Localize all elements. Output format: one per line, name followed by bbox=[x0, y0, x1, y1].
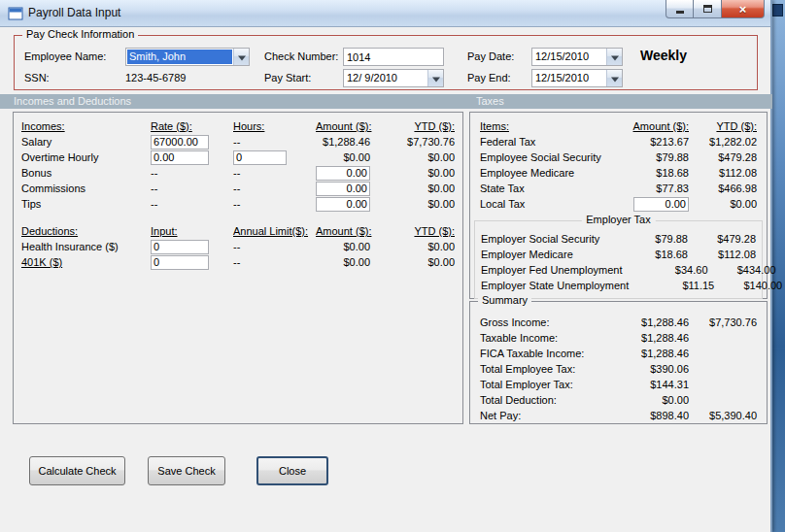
pay-end-label: Pay End: bbox=[467, 69, 511, 87]
cell-ytd: $0.00 bbox=[689, 198, 757, 210]
cell-amount: $77.83 bbox=[603, 183, 689, 194]
income-row-tips: Tips -- -- $0.00 bbox=[14, 196, 462, 212]
cell-ytd: $112.08 bbox=[688, 249, 756, 260]
row-label: Total Employer Tax: bbox=[480, 379, 603, 390]
maximize-button[interactable] bbox=[694, 0, 721, 18]
paycheck-info-legend: Pay Check Information bbox=[22, 28, 138, 40]
pay-start-label: Pay Start: bbox=[264, 69, 311, 87]
row-label: Employer Fed Unemployment bbox=[481, 264, 623, 276]
cell-hours: -- bbox=[233, 136, 316, 148]
chevron-down-icon[interactable] bbox=[606, 49, 622, 65]
cell-amount: $0.00 bbox=[316, 241, 370, 252]
save-check-button[interactable]: Save Check bbox=[148, 456, 225, 485]
col-header-deductions: Deductions: bbox=[21, 225, 151, 237]
cell-amount: $18.68 bbox=[603, 167, 689, 179]
check-number-input[interactable] bbox=[343, 48, 444, 66]
tax-row-federal: Federal Tax $213.67 $1,282.02 bbox=[470, 134, 767, 150]
income-row-salary: Salary -- $1,288.46 $7,730.76 bbox=[14, 134, 462, 150]
cell-ytd: $7,730.76 bbox=[689, 316, 757, 328]
bonus-amount-input[interactable] bbox=[316, 166, 370, 181]
pay-end-value: 12/15/2010 bbox=[532, 70, 606, 86]
pay-end-picker[interactable]: 12/15/2010 bbox=[531, 69, 623, 87]
row-label: Total Employee Tax: bbox=[480, 363, 603, 375]
paycheck-info-group: Pay Check Information Employee Name: Smi… bbox=[14, 35, 758, 90]
col-header-hours: Hours: bbox=[233, 120, 316, 132]
pay-frequency-label: Weekly bbox=[640, 47, 687, 65]
col-header-ytd: YTD ($): bbox=[370, 225, 455, 237]
row-label: Employer Social Security bbox=[481, 233, 602, 245]
minimize-icon bbox=[676, 11, 684, 14]
salary-rate-input[interactable] bbox=[151, 135, 209, 150]
chevron-down-icon[interactable] bbox=[427, 70, 443, 86]
taxes-header-row: Items: Amount ($): YTD ($): bbox=[470, 118, 767, 134]
tax-row-employee-social-security: Employee Social Security $79.88 $479.28 bbox=[470, 150, 767, 165]
401k-input[interactable] bbox=[151, 255, 209, 270]
cell-ytd: $479.28 bbox=[688, 233, 756, 245]
employer-tax-legend: Employer Tax bbox=[581, 214, 655, 225]
income-row-bonus: Bonus -- -- $0.00 bbox=[14, 165, 462, 181]
cell-hours: -- bbox=[233, 167, 316, 179]
cell-ytd: $140.00 bbox=[714, 280, 782, 291]
close-button[interactable]: Close bbox=[256, 456, 328, 485]
income-row-overtime: Overtime Hourly $0.00 $0.00 bbox=[14, 150, 462, 165]
tax-row-employee-medicare: Employee Medicare $18.68 $112.08 bbox=[470, 165, 767, 181]
cell-ytd: $0.00 bbox=[370, 167, 455, 179]
pay-start-picker[interactable]: 12/ 9/2010 bbox=[343, 69, 444, 87]
cell-ytd: $0.00 bbox=[370, 256, 455, 268]
cell-amount: $1,288.46 bbox=[603, 348, 689, 359]
cell-ytd: $1,282.02 bbox=[689, 136, 757, 148]
col-header-rate: Rate ($): bbox=[151, 120, 233, 132]
summary-row-net-pay: Net Pay: $898.40 $5,390.40 bbox=[470, 408, 767, 423]
summary-legend: Summary bbox=[478, 294, 531, 306]
overtime-hours-input[interactable] bbox=[233, 150, 287, 165]
employee-name-combobox[interactable]: Smith, John bbox=[125, 48, 250, 66]
summary-row-fica-taxable-income: FICA Taxable Income: $1,288.46 bbox=[470, 346, 767, 361]
maximize-icon bbox=[703, 5, 712, 13]
row-label: Employee Medicare bbox=[480, 167, 603, 179]
section-header-incomes: Incomes and Deductions bbox=[14, 94, 131, 109]
pay-start-value: 12/ 9/2010 bbox=[344, 70, 427, 86]
tax-row-local: Local Tax $0.00 bbox=[470, 196, 767, 212]
overtime-rate-input[interactable] bbox=[151, 150, 209, 165]
close-window-button[interactable]: × bbox=[721, 0, 765, 18]
cell-amount: $144.31 bbox=[603, 379, 689, 390]
row-label: Overtime Hourly bbox=[21, 151, 151, 163]
col-header-annual-limit: Annual Limit($): bbox=[233, 225, 316, 237]
titlebar[interactable]: Payroll Data Input × bbox=[0, 0, 770, 27]
cell-ytd: $434.00 bbox=[708, 264, 776, 276]
col-header-ytd: YTD ($): bbox=[689, 120, 757, 132]
summary-row-total-employer-tax: Total Employer Tax: $144.31 bbox=[470, 377, 767, 392]
calculate-check-button[interactable]: Calculate Check bbox=[29, 456, 125, 485]
tax-row-employer-state-unemployment: Employer State Unemployment $11.15 $140.… bbox=[475, 278, 762, 293]
pay-date-picker[interactable]: 12/15/2010 bbox=[531, 48, 623, 66]
col-header-incomes: Incomes: bbox=[21, 120, 151, 132]
summary-row-gross-income: Gross Income: $1,288.46 $7,730.76 bbox=[470, 315, 767, 330]
cell-amount: $34.60 bbox=[623, 264, 708, 276]
tips-amount-input[interactable] bbox=[316, 197, 370, 212]
col-header-amount: Amount ($): bbox=[316, 225, 370, 237]
ssn-value: 123-45-6789 bbox=[125, 69, 186, 87]
row-label: Gross Income: bbox=[480, 316, 603, 328]
chevron-down-icon[interactable] bbox=[233, 49, 249, 65]
summary-row-total-employee-tax: Total Employee Tax: $390.06 bbox=[470, 361, 767, 377]
row-label: State Tax bbox=[480, 183, 603, 194]
cell-amount: $79.88 bbox=[603, 151, 689, 163]
cell-amount: $79.88 bbox=[602, 233, 688, 245]
cell-amount: $1,288.46 bbox=[603, 316, 689, 328]
row-label: Net Pay: bbox=[480, 410, 603, 421]
health-insurance-input[interactable] bbox=[151, 240, 209, 254]
tax-row-employer-medicare: Employer Medicare $18.68 $112.08 bbox=[475, 247, 762, 262]
401k-link[interactable]: 401K ($) bbox=[21, 256, 151, 268]
cell-amount: $0.00 bbox=[316, 151, 370, 163]
minimize-button[interactable] bbox=[666, 0, 694, 18]
chevron-down-icon[interactable] bbox=[606, 70, 622, 86]
summary-row-total-deduction: Total Deduction: $0.00 bbox=[470, 392, 767, 408]
cell-hours: -- bbox=[233, 183, 316, 194]
commissions-amount-input[interactable] bbox=[316, 182, 370, 196]
local-tax-input[interactable] bbox=[633, 197, 689, 212]
cell-ytd: $0.00 bbox=[370, 241, 455, 252]
row-label: FICA Taxable Income: bbox=[480, 348, 603, 359]
cell-rate: -- bbox=[151, 167, 233, 179]
deduction-row-401k: 401K ($) -- $0.00 $0.00 bbox=[14, 254, 462, 270]
incomes-deductions-panel: Incomes: Rate ($): Hours: Amount ($): YT… bbox=[13, 112, 463, 424]
